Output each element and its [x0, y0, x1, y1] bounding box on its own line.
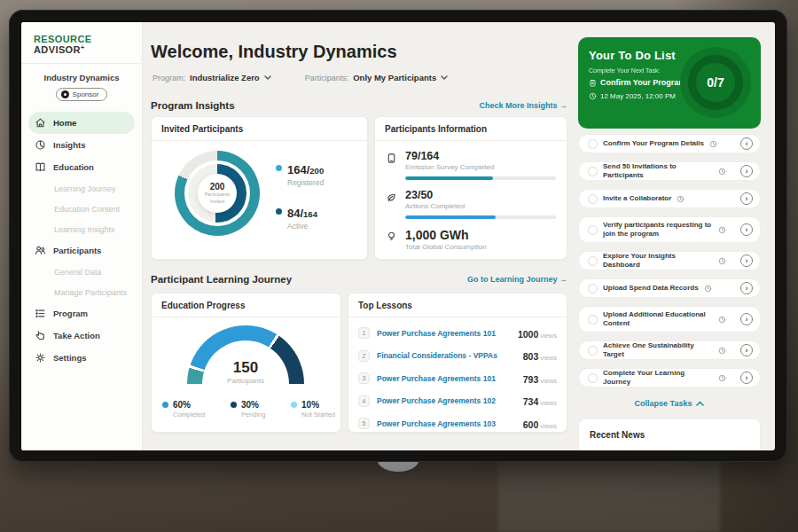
chevron-right-icon[interactable]: ›: [740, 192, 753, 205]
task-checkbox[interactable]: [588, 139, 598, 149]
chevron-right-icon[interactable]: ›: [740, 313, 753, 325]
lesson-row: 4 Power Purchase Agreements 102 734views: [358, 390, 557, 413]
section-title: Program Insights: [151, 100, 235, 111]
chevron-right-icon[interactable]: ›: [740, 282, 753, 294]
donut-legend: 164/200 Registered 84/164 Active: [276, 161, 324, 231]
check-more-insights-link[interactable]: Check More Insights →: [479, 101, 567, 110]
survey-icon: [386, 150, 397, 180]
clock-icon: [718, 226, 726, 234]
program-label: Program:: [153, 74, 185, 82]
sidebar-item-learning-insights[interactable]: Learning Insights: [28, 219, 135, 239]
participants-icon: [35, 245, 46, 256]
chevron-down-icon: [264, 75, 271, 80]
sidebar-item-participants[interactable]: Participants: [28, 239, 135, 262]
take-action-icon: [35, 330, 46, 341]
sidebar-item-program[interactable]: Program: [28, 302, 135, 325]
section-title: Participant Learning Journey: [151, 274, 292, 285]
task-checkbox[interactable]: [588, 284, 598, 293]
chevron-right-icon[interactable]: ›: [740, 223, 753, 236]
legend-dot: [276, 165, 282, 171]
lesson-link[interactable]: Financial Considerations - VPPAs: [377, 351, 516, 360]
sidebar-item-label: Manage Participants: [54, 288, 127, 297]
sidebar-item-label: Program: [53, 309, 88, 318]
collapse-tasks-link[interactable]: Collapse Tasks: [578, 399, 761, 408]
todo-progress-ring: 0/7: [680, 47, 751, 118]
task-explore-insights[interactable]: Explore Your Insights Dashboard ›: [578, 251, 761, 270]
lesson-row: 3 Power Purchase Agreements 101 793views: [358, 367, 557, 390]
participants-select[interactable]: Participants: Only My Participants: [305, 73, 449, 82]
clock-icon: [704, 285, 712, 293]
sidebar-item-education[interactable]: Education: [28, 156, 135, 178]
task-achieve-sustainability-target[interactable]: Achieve One Sustainability Target ›: [578, 340, 761, 360]
progress-bar: [405, 176, 556, 180]
chevron-down-icon: [441, 75, 448, 80]
sidebar-item-insights[interactable]: Insights: [28, 134, 135, 156]
recent-news-title: Recent News: [590, 430, 749, 440]
sponsor-badge: Sponsor: [56, 88, 108, 101]
task-checkbox[interactable]: [588, 194, 598, 204]
task-confirm-program-details[interactable]: Confirm Your Program Details ›: [578, 134, 761, 153]
chevron-right-icon[interactable]: ›: [740, 254, 753, 267]
task-complete-learning-journey[interactable]: Complete Your Learning Journey ›: [578, 368, 761, 387]
lesson-row: 5 Power Purchase Agreements 103 600views: [358, 412, 557, 435]
legend-item-registered: 164/200 Registered: [276, 161, 324, 187]
task-checkbox[interactable]: [588, 315, 598, 325]
clock-icon: [677, 195, 685, 203]
chevron-right-icon[interactable]: ›: [740, 137, 753, 150]
task-invite-collaborator[interactable]: Invite a Collaborator ›: [578, 189, 761, 208]
lesson-link[interactable]: Power Purchase Agreements 103: [377, 419, 516, 428]
sidebar-item-home[interactable]: Home: [28, 112, 135, 134]
card-title: Top Lessons: [348, 293, 567, 317]
sidebar-item-manage-participants[interactable]: Manage Participants: [28, 282, 135, 302]
legend-item-active: 84/164 Active: [276, 205, 324, 231]
task-checkbox[interactable]: [588, 346, 598, 356]
card-title: Invited Participants: [152, 117, 367, 141]
go-to-learning-journey-link[interactable]: Go to Learning Journey →: [467, 275, 567, 284]
sidebar-item-label: Participants: [53, 246, 101, 255]
sidebar-item-learning-journey[interactable]: Learning Journey: [28, 178, 135, 199]
sidebar-nav: Home Insights Education Learning Journey…: [21, 112, 142, 369]
task-checkbox[interactable]: [588, 225, 598, 235]
todo-task-list: Confirm Your Program Details › Send 50 I…: [578, 134, 761, 387]
recent-news-card: Recent News: [578, 419, 761, 450]
legend-dot: [162, 402, 168, 408]
lesson-link[interactable]: Power Purchase Agreements 101: [377, 374, 516, 383]
filters-bar: Program: Industrialize Zero Participants…: [153, 73, 448, 82]
learning-journey-header: Participant Learning Journey Go to Learn…: [151, 274, 567, 285]
clock-icon: [718, 257, 726, 265]
lesson-row: 1 Power Purchase Agreements 101 1000view…: [358, 322, 557, 345]
donut-center-value: 200: [210, 182, 225, 192]
education-progress-card: Education Progress 150 Participants 60% …: [151, 293, 341, 433]
gauge-center-label: Participants: [187, 377, 304, 385]
chevron-right-icon[interactable]: ›: [740, 344, 753, 356]
task-checkbox[interactable]: [588, 373, 598, 383]
program-icon: [35, 308, 46, 319]
lesson-link[interactable]: Power Purchase Agreements 102: [377, 396, 516, 405]
sidebar-item-general-data[interactable]: General Data: [28, 262, 135, 282]
arrow-right-icon: →: [559, 275, 567, 284]
sidebar-item-education-content[interactable]: Education Content: [28, 199, 135, 219]
task-send-invitations[interactable]: Send 50 Invitations to Participants ›: [578, 161, 761, 181]
task-upload-spend-data[interactable]: Upload Spend Data Records ›: [578, 278, 761, 298]
task-upload-educational-content[interactable]: Upload Additional Educational Content ›: [578, 306, 761, 332]
task-checkbox[interactable]: [588, 256, 598, 266]
task-verify-participants[interactable]: Verify participants requesting to join t…: [578, 216, 761, 243]
lesson-link[interactable]: Power Purchase Agreements 101: [377, 329, 511, 338]
sidebar-item-take-action[interactable]: Take Action: [28, 325, 135, 347]
lesson-rank: 4: [358, 395, 370, 407]
top-lessons-card: Top Lessons 1 Power Purchase Agreements …: [348, 293, 567, 433]
program-select[interactable]: Program: Industrialize Zero: [153, 73, 271, 82]
card-title: Participants Information: [375, 117, 567, 141]
clock-icon: [718, 347, 726, 355]
lesson-rank: 2: [358, 350, 370, 362]
program-insights-header: Program Insights Check More Insights →: [151, 100, 567, 111]
chevron-right-icon[interactable]: ›: [740, 165, 753, 177]
legend-dot: [276, 208, 282, 215]
task-checkbox[interactable]: [588, 167, 598, 176]
chevron-right-icon[interactable]: ›: [740, 372, 753, 384]
stat-actions-completed: 23/50 Actions Completed: [386, 189, 556, 219]
legend-item-completed: 60% Completed: [162, 400, 205, 419]
sidebar-item-settings[interactable]: Settings: [28, 347, 135, 369]
actions-icon: [386, 189, 397, 219]
dashboard-screen: RESOURCE ADVISOR+ Industry Dynamics Spon…: [21, 22, 775, 450]
